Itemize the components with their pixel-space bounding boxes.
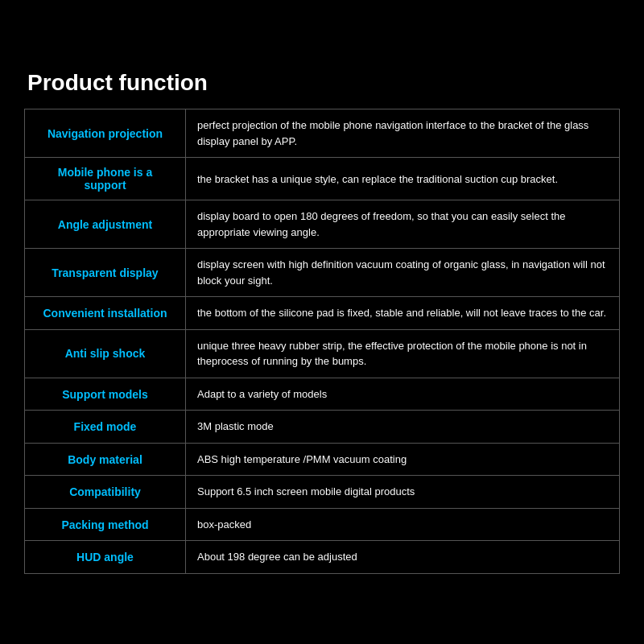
row-value: About 198 degree can be adjusted [186, 541, 620, 574]
table-row: Transparent displaydisplay screen with h… [25, 249, 620, 297]
page-title: Product function [24, 70, 620, 96]
table-row: CompatibilitySupport 6.5 inch screen mob… [25, 476, 620, 509]
row-value: the bottom of the silicone pad is fixed,… [186, 297, 620, 330]
main-container: Product function Navigation projectionpe… [16, 54, 628, 590]
row-value: display screen with high definition vacu… [186, 249, 620, 297]
row-label: Convenient installation [25, 297, 186, 330]
table-row: Anti slip shockunique three heavy rubber… [25, 329, 620, 378]
row-label: Body material [25, 443, 186, 476]
row-label: Packing method [25, 508, 186, 541]
table-row: Support modelsAdapt to a variety of mode… [25, 378, 620, 411]
table-row: Angle adjustmentdisplay board to open 18… [25, 200, 620, 249]
product-table: Navigation projectionperfect projection … [24, 109, 620, 574]
row-value: perfect projection of the mobile phone n… [186, 109, 620, 158]
row-label: Navigation projection [25, 109, 186, 158]
table-row: Convenient installationthe bottom of the… [25, 297, 620, 330]
row-value: ABS high temperature /PMM vacuum coating [186, 443, 620, 476]
row-label: Anti slip shock [25, 329, 186, 378]
row-label: HUD angle [25, 541, 186, 574]
row-value: display board to open 180 degrees of fre… [186, 200, 620, 249]
table-row: HUD angleAbout 198 degree can be adjuste… [25, 541, 620, 574]
row-value: box-packed [186, 508, 620, 541]
row-value: Support 6.5 inch screen mobile digital p… [186, 476, 620, 509]
row-label: Transparent display [25, 249, 186, 297]
table-row: Packing methodbox-packed [25, 508, 620, 541]
row-value: the bracket has a unique style, can repl… [186, 158, 620, 200]
row-label: Mobile phone is a support [25, 158, 186, 200]
row-value: 3M plastic mode [186, 411, 620, 444]
row-value: unique three heavy rubber strip, the eff… [186, 329, 620, 378]
table-row: Navigation projectionperfect projection … [25, 109, 620, 158]
table-row: Fixed mode3M plastic mode [25, 411, 620, 444]
row-label: Support models [25, 378, 186, 411]
table-row: Body materialABS high temperature /PMM v… [25, 443, 620, 476]
row-label: Angle adjustment [25, 200, 186, 249]
row-label: Fixed mode [25, 411, 186, 444]
row-value: Adapt to a variety of models [186, 378, 620, 411]
row-label: Compatibility [25, 476, 186, 509]
table-row: Mobile phone is a supportthe bracket has… [25, 158, 620, 200]
